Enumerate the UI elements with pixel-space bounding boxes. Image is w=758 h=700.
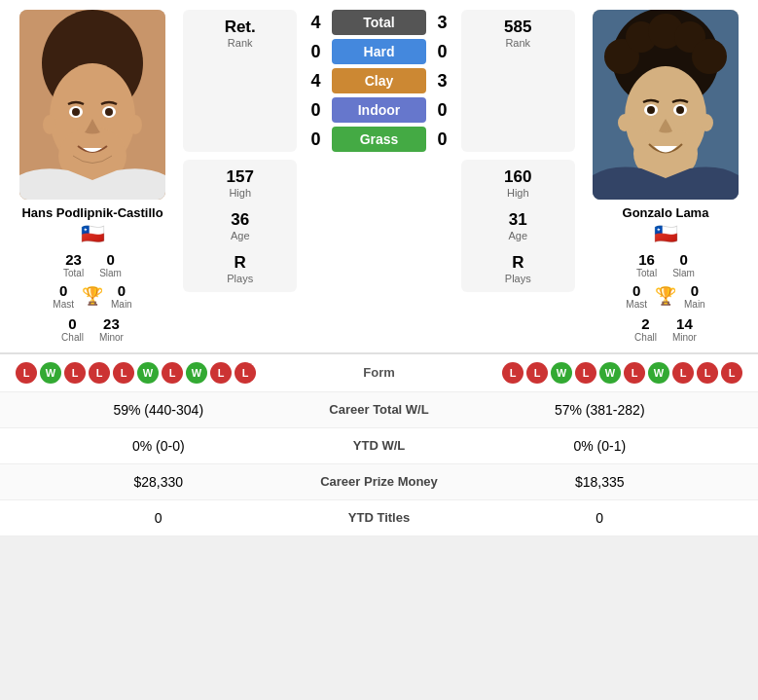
right-stats-row3: 2 Chall 14 Minor bbox=[634, 315, 697, 343]
svg-point-23 bbox=[618, 114, 632, 131]
stats-left-value: 59% (440-304) bbox=[16, 402, 302, 418]
form-pill: W bbox=[186, 362, 207, 384]
stats-row: 0% (0-0)YTD W/L0% (0-1) bbox=[0, 428, 758, 464]
right-trophy-row: 0 Mast 🏆 0 Main bbox=[626, 282, 704, 310]
right-mast-stat: 0 Mast bbox=[626, 282, 647, 310]
right-stats-row1: 16 Total 0 Slam bbox=[636, 251, 695, 278]
form-pill: L bbox=[697, 362, 718, 384]
left-mast-stat: 0 Mast bbox=[53, 282, 74, 310]
left-player-flag: 🇨🇱 bbox=[81, 222, 105, 245]
svg-point-20 bbox=[647, 106, 655, 114]
left-player-card: Hans Podlipnik-Castillo 🇨🇱 23 Total 0 Sl… bbox=[10, 10, 175, 343]
score-row-total: 4 Total 3 bbox=[305, 10, 452, 35]
form-pill: L bbox=[235, 362, 256, 384]
left-main-stat: 0 Main bbox=[111, 282, 132, 310]
scores-column: 4 Total 3 0 Hard 0 4 Clay 3 bbox=[305, 10, 452, 152]
form-pill: W bbox=[599, 362, 621, 384]
form-pill: L bbox=[113, 362, 134, 384]
right-player-name: Gonzalo Lama bbox=[623, 205, 709, 222]
left-player-photo bbox=[19, 10, 165, 200]
right-center-stats: 585 Rank bbox=[461, 10, 575, 152]
right-rank-block: 585 Rank bbox=[504, 18, 531, 49]
form-pill: L bbox=[162, 362, 183, 384]
stats-row: 59% (440-304)Career Total W/L57% (381-28… bbox=[0, 392, 758, 428]
form-row: LWLLLWLWLL Form LLWLWLWLLL bbox=[0, 354, 758, 392]
score-row-hard: 0 Hard 0 bbox=[305, 39, 452, 64]
stats-left-value: $28,330 bbox=[16, 474, 302, 490]
svg-point-7 bbox=[105, 108, 113, 116]
form-pill: W bbox=[137, 362, 159, 384]
surface-grass: Grass bbox=[332, 127, 425, 152]
form-pill: L bbox=[64, 362, 86, 384]
stats-left-value: 0% (0-0) bbox=[16, 438, 302, 454]
svg-point-9 bbox=[128, 115, 142, 134]
form-pill: L bbox=[210, 362, 232, 384]
right-plays-block: R Plays bbox=[505, 253, 531, 284]
stats-rows-container: 59% (440-304)Career Total W/L57% (381-28… bbox=[0, 392, 758, 536]
stats-row: 0YTD Titles0 bbox=[0, 500, 758, 536]
trophy-icon-right: 🏆 bbox=[655, 285, 676, 307]
bottom-section: LWLLLWLWLL Form LLWLWLWLLL 59% (440-304)… bbox=[0, 352, 758, 536]
form-pill: L bbox=[575, 362, 596, 384]
right-chall-stat: 2 Chall bbox=[634, 315, 657, 343]
main-container: Hans Podlipnik-Castillo 🇨🇱 23 Total 0 Sl… bbox=[0, 0, 758, 536]
form-pill: L bbox=[624, 362, 645, 384]
left-plays-block: R Plays bbox=[227, 253, 253, 284]
form-pill: L bbox=[721, 362, 742, 384]
stats-center-label: YTD W/L bbox=[302, 438, 457, 453]
right-slam-stat: 0 Slam bbox=[672, 251, 695, 278]
score-row-grass: 0 Grass 0 bbox=[305, 127, 452, 152]
left-stats-row3: 0 Chall 23 Minor bbox=[61, 315, 124, 343]
right-center-stats2: 160 High 31 Age R Plays bbox=[461, 160, 575, 292]
form-pill: L bbox=[502, 362, 523, 384]
svg-point-16 bbox=[692, 39, 727, 74]
left-minor-stat: 23 Minor bbox=[99, 315, 124, 343]
right-player-avatar bbox=[593, 10, 739, 200]
surface-total: Total bbox=[332, 10, 425, 35]
form-pill: L bbox=[526, 362, 548, 384]
left-player-avatar bbox=[19, 10, 165, 200]
svg-point-22 bbox=[676, 106, 684, 114]
left-high-block: 157 High bbox=[227, 167, 254, 199]
score-row-indoor: 0 Indoor 0 bbox=[305, 97, 452, 123]
stats-right-value: 0 bbox=[457, 510, 743, 526]
trophy-icon-left: 🏆 bbox=[82, 285, 103, 307]
surface-hard: Hard bbox=[332, 39, 425, 64]
right-high-block: 160 High bbox=[504, 167, 531, 199]
stats-row: $28,330Career Prize Money$18,335 bbox=[0, 464, 758, 500]
left-total-stat: 23 Total bbox=[63, 251, 84, 278]
svg-point-8 bbox=[43, 115, 56, 134]
right-minor-stat: 14 Minor bbox=[672, 315, 697, 343]
spacer-middle bbox=[305, 160, 452, 292]
form-pill: W bbox=[648, 362, 669, 384]
svg-point-5 bbox=[72, 108, 80, 116]
form-pill: W bbox=[551, 362, 572, 384]
right-total-stat: 16 Total bbox=[636, 251, 657, 278]
surface-indoor: Indoor bbox=[332, 97, 425, 123]
left-center-stats: Ret. Rank bbox=[183, 10, 297, 152]
top-section: Hans Podlipnik-Castillo 🇨🇱 23 Total 0 Sl… bbox=[0, 0, 758, 352]
stats-right-value: 57% (381-282) bbox=[457, 402, 743, 418]
right-main-stat: 0 Main bbox=[684, 282, 705, 310]
left-trophy-row: 0 Mast 🏆 0 Main bbox=[53, 282, 131, 310]
left-form-pills: LWLLLWLWLL bbox=[16, 362, 321, 384]
left-slam-stat: 0 Slam bbox=[99, 251, 122, 278]
form-pill: W bbox=[40, 362, 61, 384]
right-player-card: Gonzalo Lama 🇨🇱 16 Total 0 Slam 0 Mast 🏆 bbox=[583, 10, 748, 343]
surface-clay: Clay bbox=[332, 68, 425, 93]
score-row-clay: 4 Clay 3 bbox=[305, 68, 452, 93]
stats-right-value: $18,335 bbox=[457, 474, 743, 490]
right-form-pills: LLWLWLWLLL bbox=[438, 362, 743, 384]
stats-right-value: 0% (0-1) bbox=[457, 438, 743, 454]
stats-center-label: YTD Titles bbox=[302, 510, 457, 525]
form-label: Form bbox=[321, 365, 438, 380]
stats-left-value: 0 bbox=[16, 510, 302, 526]
right-player-flag: 🇨🇱 bbox=[654, 222, 678, 245]
left-rank-block: Ret. Rank bbox=[225, 18, 256, 49]
svg-point-24 bbox=[700, 114, 713, 131]
left-player-name: Hans Podlipnik-Castillo bbox=[21, 205, 162, 222]
right-age-block: 31 Age bbox=[508, 210, 527, 241]
stats-center-label: Career Prize Money bbox=[302, 474, 457, 489]
form-pill: L bbox=[672, 362, 694, 384]
center-section: Ret. Rank 4 Total 3 0 Hard bbox=[183, 10, 575, 343]
